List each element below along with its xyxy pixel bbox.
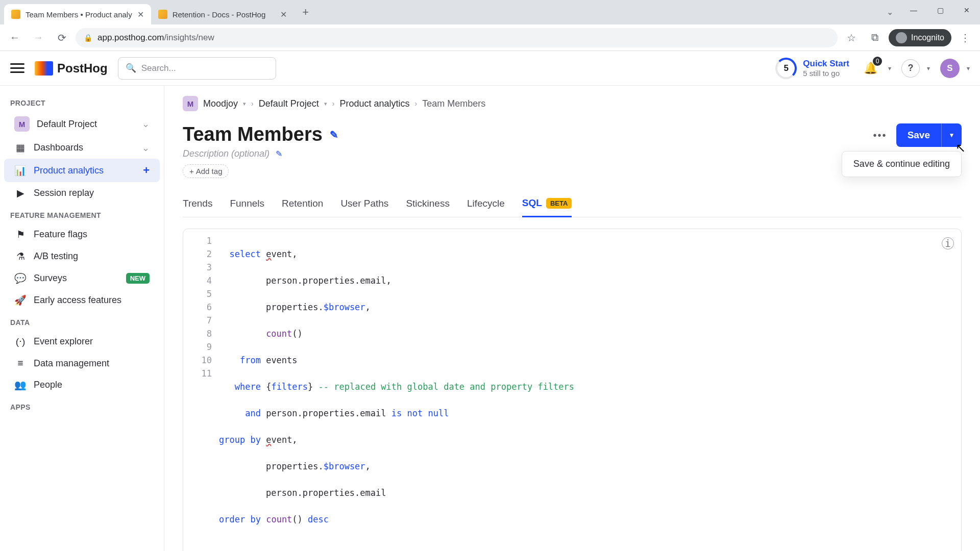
address-bar: ← → ⟳ 🔒 app.posthog.com/insights/new ☆ ⧉… xyxy=(0,24,980,51)
rocket-icon: 🚀 xyxy=(14,294,27,306)
chevron-down-icon[interactable]: ▾ xyxy=(324,101,327,107)
tab-trends[interactable]: Trends xyxy=(183,192,212,217)
sidebar-label: Surveys xyxy=(34,273,67,284)
chevron-right-icon: › xyxy=(332,99,335,108)
main-content: M Moodjoy ▾ › Default Project ▾ › Produc… xyxy=(164,86,980,551)
code-content[interactable]: select event, person.properties.email, p… xyxy=(219,234,961,551)
grid-icon: ▦ xyxy=(14,142,27,154)
tab-retention[interactable]: Retention xyxy=(282,192,323,217)
sql-editor[interactable]: i 1234567891011 select event, person.pro… xyxy=(183,234,961,551)
tab-close-icon[interactable]: ✕ xyxy=(137,10,144,19)
chevron-down-icon[interactable]: ▾ xyxy=(243,101,246,107)
tab-title: Retention - Docs - PostHog xyxy=(173,10,275,19)
tab-user-paths[interactable]: User Paths xyxy=(340,192,388,217)
notifications-button[interactable]: 🔔 0 xyxy=(860,58,881,79)
new-tab-button[interactable]: + xyxy=(298,5,313,20)
sidebar-heading-apps: APPS xyxy=(0,396,164,415)
add-tag-label: Add tag xyxy=(196,167,223,176)
chevron-right-icon: › xyxy=(251,99,254,108)
breadcrumb-org-badge[interactable]: M xyxy=(183,96,198,111)
breadcrumb: M Moodjoy ▾ › Default Project ▾ › Produc… xyxy=(183,86,962,118)
user-avatar[interactable]: S xyxy=(940,59,960,78)
chevron-right-icon: › xyxy=(415,99,418,108)
browser-menu-icon[interactable]: ⋮ xyxy=(955,28,975,47)
window-maximize-icon[interactable]: ▢ xyxy=(927,0,953,20)
edit-description-button[interactable]: ✎ xyxy=(276,149,282,159)
chat-icon: 💬 xyxy=(14,272,27,284)
save-button[interactable]: Save ▼ xyxy=(896,123,962,147)
sidebar-item-event-explorer[interactable]: (⋅) Event explorer xyxy=(4,331,160,353)
browser-tab-active[interactable]: Team Members • Product analy ✕ xyxy=(4,4,151,24)
bars-icon: 📊 xyxy=(14,165,27,177)
quickstart-subtitle: 5 still to go xyxy=(803,69,849,78)
chevron-down-icon: ⌄ xyxy=(142,142,150,154)
tab-title: Team Members • Product analy xyxy=(26,10,132,19)
breadcrumb-project[interactable]: Default Project xyxy=(259,98,319,109)
sidebar: PROJECT M Default Project ⌄ ▦ Dashboards… xyxy=(0,86,164,551)
window-minimize-icon[interactable]: — xyxy=(900,0,927,20)
quickstart-button[interactable]: 5 Quick Start 5 still to go xyxy=(775,58,849,79)
sidebar-item-surveys[interactable]: 💬 Surveys NEW xyxy=(4,267,160,289)
plus-icon: + xyxy=(189,167,194,176)
logo[interactable]: PostHog xyxy=(35,61,108,76)
save-label: Save xyxy=(896,130,941,141)
logo-text: PostHog xyxy=(57,61,108,76)
chevron-down-icon[interactable]: ▾ xyxy=(967,65,970,72)
notification-badge: 0 xyxy=(873,57,882,66)
help-button[interactable]: ? xyxy=(901,59,920,78)
tab-funnels[interactable]: Funnels xyxy=(230,192,264,217)
bookmark-icon[interactable]: ☆ xyxy=(842,28,861,47)
nav-back-icon[interactable]: ← xyxy=(5,28,24,47)
tab-stickiness[interactable]: Stickiness xyxy=(406,192,450,217)
install-app-icon[interactable]: ⧉ xyxy=(865,28,885,47)
sidebar-label: Event explorer xyxy=(34,336,93,347)
breadcrumb-section[interactable]: Product analytics xyxy=(339,98,409,109)
chevron-down-icon[interactable]: ▾ xyxy=(888,65,891,72)
window-close-icon[interactable]: ✕ xyxy=(953,0,980,20)
sidebar-item-feature-flags[interactable]: ⚑ Feature flags xyxy=(4,223,160,245)
omnibox[interactable]: 🔒 app.posthog.com/insights/new xyxy=(76,28,838,47)
save-continue-option[interactable]: Save & continue editing xyxy=(853,159,950,169)
sidebar-item-session-replay[interactable]: ▶ Session replay xyxy=(4,182,160,204)
menu-toggle-button[interactable] xyxy=(10,61,24,76)
breadcrumb-org[interactable]: Moodjoy xyxy=(203,98,238,109)
sidebar-item-data-management[interactable]: ≡ Data management xyxy=(4,353,160,374)
chevron-down-icon[interactable]: ▾ xyxy=(927,65,930,72)
tab-sql[interactable]: SQL BETA xyxy=(522,192,572,217)
window-controls: — ▢ ✕ xyxy=(900,0,980,20)
new-badge: NEW xyxy=(126,273,150,284)
sidebar-item-early-access[interactable]: 🚀 Early access features xyxy=(4,289,160,311)
nav-reload-icon[interactable]: ⟳ xyxy=(52,28,71,47)
search-input[interactable]: 🔍 Search... xyxy=(118,57,276,80)
app-header: PostHog 🔍 Search... 5 Quick Start 5 stil… xyxy=(0,51,980,86)
line-gutter: 1234567891011 xyxy=(183,234,219,551)
save-dropdown-toggle[interactable]: ▼ xyxy=(941,123,962,147)
add-tag-button[interactable]: + Add tag xyxy=(183,164,229,178)
sidebar-label: People xyxy=(34,380,62,390)
favicon-icon xyxy=(11,10,20,19)
sidebar-item-people[interactable]: 👥 People xyxy=(4,374,160,396)
browser-tab[interactable]: Retention - Docs - PostHog ✕ xyxy=(151,4,294,24)
save-dropdown-menu: Save & continue editing xyxy=(842,151,962,177)
add-insight-button[interactable]: + xyxy=(143,164,150,177)
sidebar-item-dashboards[interactable]: ▦ Dashboards ⌄ xyxy=(4,137,160,159)
sidebar-label: Session replay xyxy=(34,188,94,198)
sidebar-item-product-analytics[interactable]: 📊 Product analytics + xyxy=(4,159,160,182)
tab-close-icon[interactable]: ✕ xyxy=(280,10,287,19)
sidebar-heading-data: DATA xyxy=(0,311,164,331)
tabs-dropdown-icon[interactable]: ⌄ xyxy=(887,7,893,17)
sidebar-item-ab-testing[interactable]: ⚗ A/B testing xyxy=(4,245,160,267)
edit-title-button[interactable]: ✎ xyxy=(330,129,338,141)
tab-lifecycle[interactable]: Lifecycle xyxy=(467,192,505,217)
incognito-mask-icon xyxy=(896,32,907,43)
incognito-indicator[interactable]: Incognito xyxy=(889,29,951,46)
more-actions-button[interactable]: ••• xyxy=(870,127,890,144)
nav-forward-icon: → xyxy=(29,28,48,47)
insight-tabs: Trends Funnels Retention User Paths Stic… xyxy=(183,192,962,217)
page-title: Team Members xyxy=(183,123,323,145)
description-placeholder[interactable]: Description (optional) xyxy=(183,148,270,159)
sidebar-project-selector[interactable]: M Default Project ⌄ xyxy=(4,111,160,137)
sidebar-label: Product analytics xyxy=(34,165,104,176)
url-text: app.posthog.com/insights/new xyxy=(97,33,214,43)
lock-icon: 🔒 xyxy=(84,34,92,42)
